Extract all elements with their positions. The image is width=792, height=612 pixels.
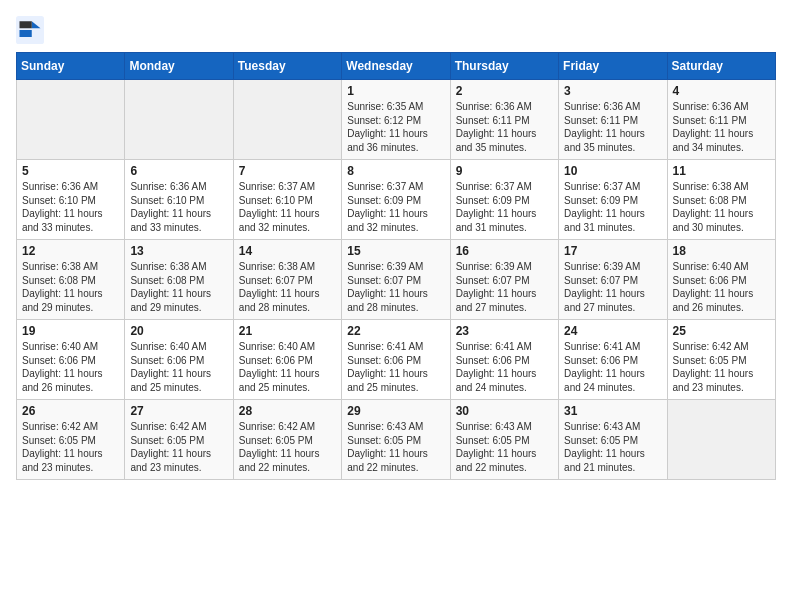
day-info: Sunrise: 6:42 AM Sunset: 6:05 PM Dayligh… xyxy=(130,420,227,474)
calendar-cell: 19Sunrise: 6:40 AM Sunset: 6:06 PM Dayli… xyxy=(17,320,125,400)
calendar-week-5: 26Sunrise: 6:42 AM Sunset: 6:05 PM Dayli… xyxy=(17,400,776,480)
day-info: Sunrise: 6:36 AM Sunset: 6:10 PM Dayligh… xyxy=(22,180,119,234)
day-info: Sunrise: 6:42 AM Sunset: 6:05 PM Dayligh… xyxy=(22,420,119,474)
day-info: Sunrise: 6:37 AM Sunset: 6:09 PM Dayligh… xyxy=(347,180,444,234)
day-info: Sunrise: 6:36 AM Sunset: 6:11 PM Dayligh… xyxy=(673,100,770,154)
day-number: 15 xyxy=(347,244,444,258)
day-info: Sunrise: 6:43 AM Sunset: 6:05 PM Dayligh… xyxy=(564,420,661,474)
calendar-cell: 10Sunrise: 6:37 AM Sunset: 6:09 PM Dayli… xyxy=(559,160,667,240)
calendar-cell: 1Sunrise: 6:35 AM Sunset: 6:12 PM Daylig… xyxy=(342,80,450,160)
day-number: 24 xyxy=(564,324,661,338)
calendar-cell: 31Sunrise: 6:43 AM Sunset: 6:05 PM Dayli… xyxy=(559,400,667,480)
calendar-cell: 24Sunrise: 6:41 AM Sunset: 6:06 PM Dayli… xyxy=(559,320,667,400)
day-number: 18 xyxy=(673,244,770,258)
calendar-cell: 12Sunrise: 6:38 AM Sunset: 6:08 PM Dayli… xyxy=(17,240,125,320)
weekday-header-monday: Monday xyxy=(125,53,233,80)
day-number: 10 xyxy=(564,164,661,178)
day-info: Sunrise: 6:36 AM Sunset: 6:10 PM Dayligh… xyxy=(130,180,227,234)
day-info: Sunrise: 6:39 AM Sunset: 6:07 PM Dayligh… xyxy=(347,260,444,314)
calendar-cell xyxy=(17,80,125,160)
calendar-cell: 8Sunrise: 6:37 AM Sunset: 6:09 PM Daylig… xyxy=(342,160,450,240)
calendar-week-3: 12Sunrise: 6:38 AM Sunset: 6:08 PM Dayli… xyxy=(17,240,776,320)
day-info: Sunrise: 6:36 AM Sunset: 6:11 PM Dayligh… xyxy=(456,100,553,154)
logo-icon xyxy=(16,16,44,44)
calendar-cell: 14Sunrise: 6:38 AM Sunset: 6:07 PM Dayli… xyxy=(233,240,341,320)
day-number: 9 xyxy=(456,164,553,178)
weekday-header-thursday: Thursday xyxy=(450,53,558,80)
calendar-cell: 25Sunrise: 6:42 AM Sunset: 6:05 PM Dayli… xyxy=(667,320,775,400)
day-info: Sunrise: 6:40 AM Sunset: 6:06 PM Dayligh… xyxy=(22,340,119,394)
day-info: Sunrise: 6:40 AM Sunset: 6:06 PM Dayligh… xyxy=(239,340,336,394)
weekday-header-friday: Friday xyxy=(559,53,667,80)
weekday-header-row: SundayMondayTuesdayWednesdayThursdayFrid… xyxy=(17,53,776,80)
weekday-header-saturday: Saturday xyxy=(667,53,775,80)
calendar-cell: 21Sunrise: 6:40 AM Sunset: 6:06 PM Dayli… xyxy=(233,320,341,400)
calendar-body: 1Sunrise: 6:35 AM Sunset: 6:12 PM Daylig… xyxy=(17,80,776,480)
calendar-header: SundayMondayTuesdayWednesdayThursdayFrid… xyxy=(17,53,776,80)
day-number: 21 xyxy=(239,324,336,338)
calendar-cell: 15Sunrise: 6:39 AM Sunset: 6:07 PM Dayli… xyxy=(342,240,450,320)
page-header xyxy=(16,16,776,44)
day-info: Sunrise: 6:41 AM Sunset: 6:06 PM Dayligh… xyxy=(347,340,444,394)
calendar-cell: 7Sunrise: 6:37 AM Sunset: 6:10 PM Daylig… xyxy=(233,160,341,240)
day-number: 13 xyxy=(130,244,227,258)
calendar-cell: 3Sunrise: 6:36 AM Sunset: 6:11 PM Daylig… xyxy=(559,80,667,160)
day-number: 1 xyxy=(347,84,444,98)
calendar-cell: 16Sunrise: 6:39 AM Sunset: 6:07 PM Dayli… xyxy=(450,240,558,320)
day-number: 27 xyxy=(130,404,227,418)
day-number: 12 xyxy=(22,244,119,258)
day-number: 17 xyxy=(564,244,661,258)
day-number: 25 xyxy=(673,324,770,338)
calendar-cell: 17Sunrise: 6:39 AM Sunset: 6:07 PM Dayli… xyxy=(559,240,667,320)
calendar-cell xyxy=(125,80,233,160)
day-number: 20 xyxy=(130,324,227,338)
calendar-table: SundayMondayTuesdayWednesdayThursdayFrid… xyxy=(16,52,776,480)
logo xyxy=(16,16,48,44)
svg-rect-3 xyxy=(20,30,32,37)
calendar-cell: 22Sunrise: 6:41 AM Sunset: 6:06 PM Dayli… xyxy=(342,320,450,400)
calendar-cell: 9Sunrise: 6:37 AM Sunset: 6:09 PM Daylig… xyxy=(450,160,558,240)
calendar-week-4: 19Sunrise: 6:40 AM Sunset: 6:06 PM Dayli… xyxy=(17,320,776,400)
day-info: Sunrise: 6:41 AM Sunset: 6:06 PM Dayligh… xyxy=(564,340,661,394)
day-info: Sunrise: 6:43 AM Sunset: 6:05 PM Dayligh… xyxy=(347,420,444,474)
day-info: Sunrise: 6:37 AM Sunset: 6:10 PM Dayligh… xyxy=(239,180,336,234)
day-info: Sunrise: 6:37 AM Sunset: 6:09 PM Dayligh… xyxy=(564,180,661,234)
day-number: 3 xyxy=(564,84,661,98)
day-info: Sunrise: 6:38 AM Sunset: 6:07 PM Dayligh… xyxy=(239,260,336,314)
calendar-cell: 30Sunrise: 6:43 AM Sunset: 6:05 PM Dayli… xyxy=(450,400,558,480)
calendar-cell: 28Sunrise: 6:42 AM Sunset: 6:05 PM Dayli… xyxy=(233,400,341,480)
day-number: 23 xyxy=(456,324,553,338)
day-number: 30 xyxy=(456,404,553,418)
day-number: 5 xyxy=(22,164,119,178)
day-info: Sunrise: 6:38 AM Sunset: 6:08 PM Dayligh… xyxy=(130,260,227,314)
day-info: Sunrise: 6:38 AM Sunset: 6:08 PM Dayligh… xyxy=(673,180,770,234)
day-info: Sunrise: 6:37 AM Sunset: 6:09 PM Dayligh… xyxy=(456,180,553,234)
calendar-cell: 27Sunrise: 6:42 AM Sunset: 6:05 PM Dayli… xyxy=(125,400,233,480)
calendar-cell: 2Sunrise: 6:36 AM Sunset: 6:11 PM Daylig… xyxy=(450,80,558,160)
weekday-header-sunday: Sunday xyxy=(17,53,125,80)
day-info: Sunrise: 6:41 AM Sunset: 6:06 PM Dayligh… xyxy=(456,340,553,394)
day-info: Sunrise: 6:38 AM Sunset: 6:08 PM Dayligh… xyxy=(22,260,119,314)
calendar-cell: 26Sunrise: 6:42 AM Sunset: 6:05 PM Dayli… xyxy=(17,400,125,480)
day-number: 22 xyxy=(347,324,444,338)
day-number: 11 xyxy=(673,164,770,178)
day-info: Sunrise: 6:36 AM Sunset: 6:11 PM Dayligh… xyxy=(564,100,661,154)
weekday-header-wednesday: Wednesday xyxy=(342,53,450,80)
day-number: 6 xyxy=(130,164,227,178)
svg-rect-2 xyxy=(20,21,32,28)
day-number: 26 xyxy=(22,404,119,418)
calendar-cell: 23Sunrise: 6:41 AM Sunset: 6:06 PM Dayli… xyxy=(450,320,558,400)
day-number: 7 xyxy=(239,164,336,178)
day-number: 31 xyxy=(564,404,661,418)
calendar-cell: 13Sunrise: 6:38 AM Sunset: 6:08 PM Dayli… xyxy=(125,240,233,320)
day-info: Sunrise: 6:42 AM Sunset: 6:05 PM Dayligh… xyxy=(239,420,336,474)
calendar-cell xyxy=(233,80,341,160)
day-info: Sunrise: 6:39 AM Sunset: 6:07 PM Dayligh… xyxy=(564,260,661,314)
calendar-cell: 4Sunrise: 6:36 AM Sunset: 6:11 PM Daylig… xyxy=(667,80,775,160)
calendar-cell: 6Sunrise: 6:36 AM Sunset: 6:10 PM Daylig… xyxy=(125,160,233,240)
day-number: 14 xyxy=(239,244,336,258)
day-number: 8 xyxy=(347,164,444,178)
day-info: Sunrise: 6:40 AM Sunset: 6:06 PM Dayligh… xyxy=(130,340,227,394)
calendar-week-2: 5Sunrise: 6:36 AM Sunset: 6:10 PM Daylig… xyxy=(17,160,776,240)
weekday-header-tuesday: Tuesday xyxy=(233,53,341,80)
